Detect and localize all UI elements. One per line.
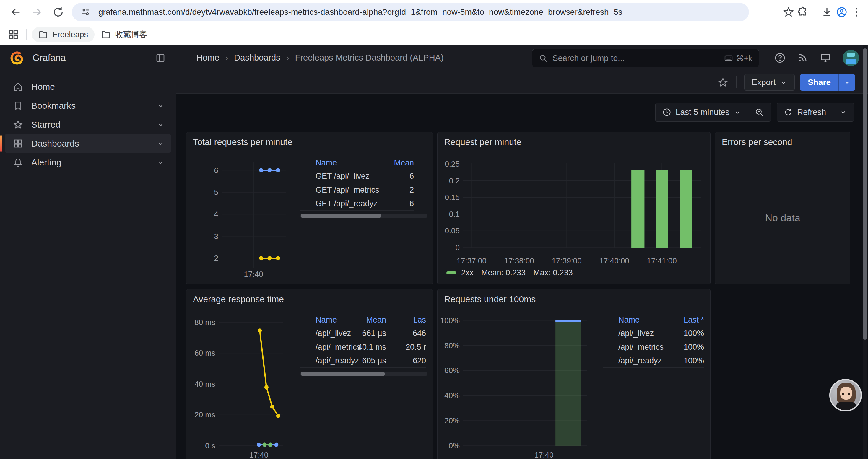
reload-button[interactable] <box>51 5 66 20</box>
breadcrumb-home[interactable]: Home <box>196 53 219 63</box>
scrollbar-thumb[interactable] <box>863 48 867 340</box>
bookmark-folder-blogs[interactable]: 收藏博客 <box>95 27 154 42</box>
news-rss-icon[interactable] <box>797 52 808 64</box>
svg-text:6: 6 <box>214 166 218 175</box>
svg-text:0.25: 0.25 <box>445 160 460 168</box>
home-icon <box>5 81 31 92</box>
column-mean[interactable]: Mean <box>356 316 386 325</box>
sidebar-item-alerting[interactable]: Alerting <box>5 153 171 172</box>
average-response-time-chart[interactable]: 17:4080 ms60 ms40 ms20 ms0 s <box>189 315 290 459</box>
legend-header: Name Last * <box>603 314 704 326</box>
svg-text:0: 0 <box>456 243 460 252</box>
column-name[interactable]: Name <box>315 158 384 167</box>
legend-row[interactable]: /api/_livez 100% <box>603 326 704 340</box>
column-name[interactable]: Name <box>315 316 356 325</box>
page-scrollbar[interactable] <box>863 45 867 459</box>
apps-grid-icon[interactable] <box>6 27 21 42</box>
legend-row[interactable]: /api/_readyz 605 µs 620 <box>300 354 426 368</box>
chevron-down-icon[interactable] <box>150 139 171 148</box>
time-controls: Last 5 minutes Refresh <box>655 103 854 122</box>
profile-icon[interactable] <box>834 5 849 20</box>
chevron-down-icon[interactable] <box>150 121 171 129</box>
legend-table: Name Mean GET /api/_livez 6 GET /api/_me… <box>300 157 414 210</box>
panel-title[interactable]: Total requests per minute <box>193 137 292 147</box>
panel-title[interactable]: Average response time <box>193 294 284 304</box>
legend-max: Max: 0.233 <box>533 268 573 277</box>
breadcrumb-chevron-icon: › <box>225 53 228 63</box>
sidebar-item-label: Dashboards <box>31 138 150 149</box>
zoom-out-button[interactable] <box>748 103 771 121</box>
legend-row[interactable]: /api/_metrics 40.1 ms 20.5 r <box>300 340 426 354</box>
grafana-logo[interactable] <box>10 51 24 65</box>
legend-scrollbar[interactable] <box>300 371 427 376</box>
forward-button[interactable] <box>30 5 44 20</box>
export-button[interactable]: Export <box>744 74 795 91</box>
sidebar-item-dashboards[interactable]: Dashboards <box>5 134 171 153</box>
share-button[interactable]: Share <box>800 74 838 91</box>
back-button[interactable] <box>8 5 23 20</box>
svg-text:17:40: 17:40 <box>534 451 554 459</box>
svg-text:5: 5 <box>214 188 218 197</box>
legend-row[interactable]: /api/_readyz 100% <box>603 354 704 368</box>
breadcrumb-current: Freeleaps Metrics Dashboard (ALPHA) <box>295 53 444 63</box>
share-dropdown-button[interactable] <box>838 74 855 91</box>
svg-text:0 s: 0 s <box>205 441 215 450</box>
panel-title[interactable]: Request per minute <box>444 137 522 147</box>
search-input[interactable]: Search or jump to... ⌘+k <box>532 49 759 67</box>
chevron-down-icon[interactable] <box>150 102 171 110</box>
sidebar-item-starred[interactable]: Starred <box>5 115 171 134</box>
url-bar[interactable]: grafana.mathmast.com/d/deytv4rwavabkb/fr… <box>72 3 749 21</box>
time-range-picker[interactable]: Last 5 minutes <box>656 103 748 121</box>
extensions-icon[interactable] <box>796 5 811 20</box>
chart-svg: 17:4080 ms60 ms40 ms20 ms0 s <box>189 315 290 459</box>
panel-title[interactable]: Requests under 100ms <box>444 294 536 304</box>
legend-row[interactable]: GET /api/_metrics 2 <box>300 183 414 197</box>
svg-text:100%: 100% <box>440 316 460 325</box>
column-last[interactable]: Last * <box>672 316 704 325</box>
bookmark-star-icon[interactable] <box>781 5 796 20</box>
chevron-down-icon[interactable] <box>150 158 171 167</box>
legend-row[interactable]: /api/_metrics 100% <box>603 340 704 354</box>
series-legend: 2xx Mean: 0.233 Max: 0.233 <box>446 268 573 277</box>
monitor-icon[interactable] <box>819 52 831 64</box>
site-settings-icon[interactable] <box>81 7 91 17</box>
column-last[interactable]: Las <box>392 316 426 325</box>
legend-item-2xx[interactable]: 2xx <box>446 268 473 277</box>
svg-text:17:39:00: 17:39:00 <box>552 256 582 265</box>
dock-sidebar-icon[interactable] <box>155 53 166 63</box>
column-name[interactable]: Name <box>618 316 672 325</box>
svg-text:0.15: 0.15 <box>445 193 460 202</box>
app-header: Home › Dashboards › Freeleaps Metrics Da… <box>176 45 868 71</box>
legend-scrollbar[interactable] <box>300 214 427 218</box>
total-requests-chart[interactable]: 17:4065432 <box>189 160 290 278</box>
chevron-down-icon <box>734 108 741 116</box>
user-avatar[interactable] <box>843 50 859 66</box>
url-text[interactable]: grafana.mathmast.com/d/deytv4rwavabkb/fr… <box>98 7 622 17</box>
request-per-minute-chart[interactable]: 17:37:0017:38:0017:39:0017:40:0017:41:00… <box>440 156 708 265</box>
browser-menu-icon[interactable] <box>849 5 864 20</box>
panel-total-requests: Total requests per minute 17:4065432 Nam… <box>186 132 433 285</box>
help-icon[interactable] <box>774 52 786 64</box>
requests-under-100ms-chart[interactable]: 17:40100%80%60%40%20%0% <box>440 315 609 459</box>
legend-row[interactable]: GET /api/_livez 6 <box>300 169 414 183</box>
sidebar-item-home[interactable]: Home <box>5 77 171 96</box>
dashboards-grid-icon <box>5 138 31 149</box>
legend-row[interactable]: /api/_livez 661 µs 646 <box>300 326 426 340</box>
svg-text:20%: 20% <box>444 416 460 425</box>
refresh-button[interactable]: Refresh <box>777 103 833 121</box>
favorite-star-icon[interactable] <box>717 77 728 88</box>
svg-text:17:41:00: 17:41:00 <box>647 256 677 265</box>
bookmark-folder-freeleaps[interactable]: Freeleaps <box>32 27 95 42</box>
column-mean[interactable]: Mean <box>384 158 414 167</box>
panel-title[interactable]: Errors per second <box>722 137 792 147</box>
breadcrumb: Home › Dashboards › Freeleaps Metrics Da… <box>196 53 444 63</box>
no-data-message: No data <box>715 212 850 224</box>
assistant-avatar-widget[interactable] <box>829 379 862 412</box>
refresh-interval-dropdown[interactable] <box>833 103 854 121</box>
downloads-icon[interactable] <box>819 5 834 20</box>
legend-row[interactable]: GET /api/_readyz 6 <box>300 197 414 210</box>
breadcrumb-dashboards[interactable]: Dashboards <box>234 53 280 63</box>
bookmarks-bar: Freeleaps 收藏博客 <box>0 24 868 45</box>
sidebar-item-bookmarks[interactable]: Bookmarks <box>5 96 171 115</box>
chevron-down-icon <box>839 108 847 116</box>
